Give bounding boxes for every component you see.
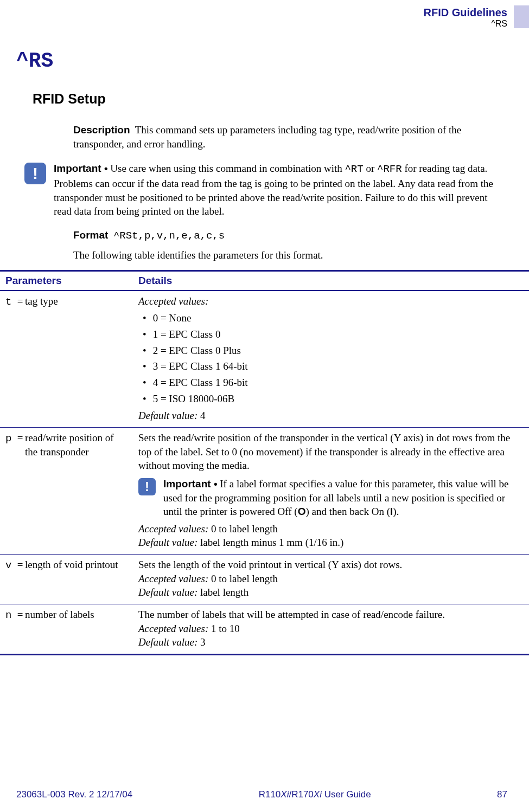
param-name: tag type <box>25 294 123 308</box>
important-label: Important • <box>54 163 108 174</box>
important-label: Important • <box>163 478 218 489</box>
footer-left: 23063L-003 Rev. 2 12/17/04 <box>16 789 132 800</box>
bullet-list: 0 = None 1 = EPC Class 0 2 = EPC Class 0… <box>138 308 524 409</box>
param-desc: Sets the length of the void printout in … <box>138 558 524 572</box>
important-callout-nested: ! Important • If a label format specifie… <box>138 477 524 519</box>
accepted-label: Accepted values: <box>138 573 208 584</box>
accepted-label: Accepted values: <box>138 294 524 308</box>
important-nested-text: Important • If a label format specifies … <box>163 477 524 519</box>
default-val: 4 <box>197 410 205 421</box>
accepted-val: 0 to label length <box>208 523 278 534</box>
param-v: v=length of void printout <box>0 555 133 604</box>
list-item: 3 = EPC Class 1 64-bit <box>143 358 524 375</box>
table-row: t=tag type Accepted values: 0 = None 1 =… <box>0 291 529 428</box>
accepted-label: Accepted values: <box>138 623 208 634</box>
list-item: 1 = EPC Class 0 <box>143 326 524 343</box>
page-footer: 23063L-003 Rev. 2 12/17/04 R110Xi/R170Xi… <box>0 789 529 800</box>
format-label: Format <box>73 229 108 241</box>
format-block: Format ^RSt,p,v,n,e,a,c,s <box>0 218 529 242</box>
header-subtitle: ^RS <box>0 19 507 29</box>
default-val: label length minus 1 mm (1/16 in.) <box>197 537 343 548</box>
description-block: Description This command sets up paramet… <box>0 107 529 151</box>
imp-mid: ) and then back On ( <box>305 506 390 517</box>
footer-center: R110Xi/R170Xi User Guide <box>259 789 371 800</box>
accepted-label: Accepted values: <box>138 523 208 534</box>
exclamation-icon: ! <box>24 163 46 184</box>
param-desc: Sets the read/write position of the tran… <box>138 431 524 473</box>
details-p: Sets the read/write position of the tran… <box>133 427 529 554</box>
footer-right: 87 <box>497 789 507 800</box>
param-name: number of labels <box>25 608 123 622</box>
param-name: length of void printout <box>25 558 123 572</box>
param-code: n <box>5 609 15 623</box>
footer-ce: User Guide <box>322 789 371 800</box>
details-n: The number of labels that will be attemp… <box>133 604 529 655</box>
important-pre: Use care when using this command in comb… <box>110 163 345 174</box>
important-text: Important • Use care when using this com… <box>54 162 496 218</box>
header-parameters: Parameters <box>0 270 133 291</box>
list-item: 0 = None <box>143 310 524 326</box>
default-val: label length <box>197 587 248 598</box>
code-rfr: ^RFR <box>377 163 402 175</box>
list-item: 4 = EPC Class 1 96-bit <box>143 375 524 391</box>
table-header-row: Parameters Details <box>0 270 529 291</box>
param-code: p <box>5 432 15 446</box>
code-rt: ^RT <box>345 163 363 175</box>
details-v: Sets the length of the void printout in … <box>133 555 529 604</box>
param-desc: The number of labels that will be attemp… <box>138 608 524 622</box>
header-details: Details <box>133 270 529 291</box>
parameters-table: Parameters Details t=tag type Accepted v… <box>0 270 529 655</box>
param-code: t <box>5 295 15 310</box>
important-mid: or <box>364 163 377 174</box>
param-t: t=tag type <box>0 291 133 428</box>
table-row: n=number of labels The number of labels … <box>0 604 529 655</box>
table-row: p=read/write position of the transponder… <box>0 427 529 554</box>
default-label: Default value: <box>138 636 197 648</box>
list-item: 2 = EPC Class 0 Plus <box>143 343 524 359</box>
footer-ca: R110 <box>259 789 281 800</box>
page-tab-marker <box>514 5 529 28</box>
accepted-val: 1 to 10 <box>208 623 240 634</box>
param-n: n=number of labels <box>0 604 133 655</box>
format-code: ^RSt,p,v,n,e,a,c,s <box>113 230 225 242</box>
list-item: 5 = ISO 18000-06B <box>143 391 524 407</box>
exclamation-icon: ! <box>138 478 156 495</box>
description-text: This command sets up parameters includin… <box>73 124 461 150</box>
param-code: v <box>5 559 15 573</box>
footer-cc: /R170 <box>289 789 313 800</box>
important-callout: ! Important • Use care when using this c… <box>0 162 529 218</box>
section-title: RFID Setup <box>0 73 529 107</box>
param-name: read/write position of the transponder <box>25 431 123 459</box>
page-header: RFID Guidelines ^RS <box>0 0 529 29</box>
table-row: v=length of void printout Sets the lengt… <box>0 555 529 604</box>
accepted-val: 0 to label length <box>208 573 278 584</box>
table-intro: The following table identifies the param… <box>0 242 529 270</box>
default-label: Default value: <box>138 537 197 548</box>
details-t: Accepted values: 0 = None 1 = EPC Class … <box>133 291 529 428</box>
footer-cb: Xi <box>281 789 289 800</box>
header-title: RFID Guidelines <box>0 7 507 19</box>
default-val: 3 <box>197 636 205 648</box>
footer-cd: Xi <box>314 789 322 800</box>
imp-o: O <box>298 506 306 517</box>
default-label: Default value: <box>138 587 197 598</box>
param-p: p=read/write position of the transponder <box>0 427 133 554</box>
default-label: Default value: <box>138 410 197 421</box>
imp-post: ). <box>393 506 399 517</box>
description-label: Description <box>73 124 130 136</box>
command-title: ^RS <box>0 29 529 73</box>
